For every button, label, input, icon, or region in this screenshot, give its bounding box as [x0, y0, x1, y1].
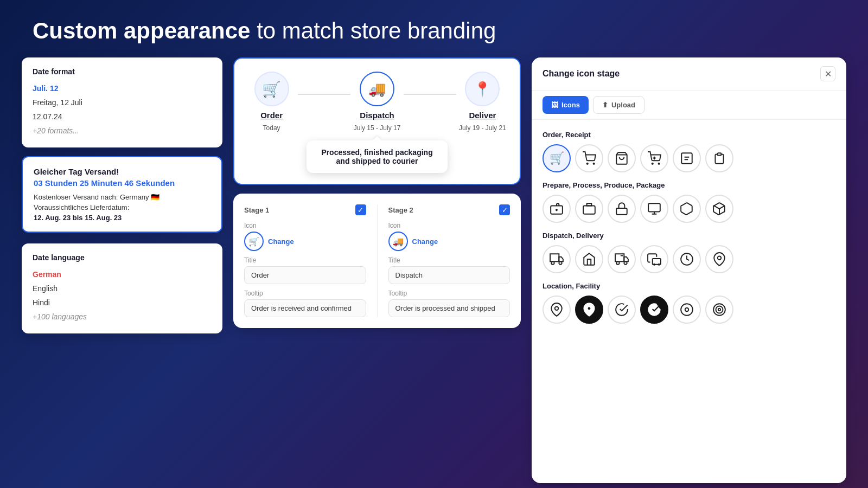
- svg-point-24: [718, 256, 722, 260]
- stage2-header: Stage 2 ✓: [388, 204, 510, 215]
- lang-german[interactable]: German: [33, 267, 212, 281]
- svg-rect-16: [615, 254, 624, 262]
- prepare-icon-1[interactable]: [575, 195, 603, 223]
- lang-more[interactable]: +100 languages: [33, 310, 212, 324]
- svg-point-30: [716, 306, 723, 313]
- location-icon-grid: [542, 296, 835, 324]
- order-icon-0[interactable]: 🛒: [542, 144, 571, 172]
- header-rest: to match store branding: [250, 18, 496, 43]
- dispatch-icon-3[interactable]: [640, 245, 668, 273]
- stage1-tooltip-input[interactable]: [244, 299, 366, 317]
- close-button[interactable]: ✕: [820, 66, 835, 81]
- svg-point-25: [555, 307, 559, 311]
- date-option-more[interactable]: +20 formats...: [33, 124, 212, 138]
- same-day-dates: 12. Aug. 23 bis 15. Aug. 23: [34, 214, 210, 222]
- date-option-2[interactable]: Freitag, 12 Juli: [33, 95, 212, 110]
- order-stage-icon: 🛒: [254, 72, 289, 106]
- svg-rect-7: [681, 153, 692, 164]
- lang-english[interactable]: English: [33, 281, 212, 296]
- deliver-stage-label: Deliver: [469, 111, 496, 120]
- svg-rect-11: [648, 204, 660, 212]
- svg-point-3: [652, 163, 653, 164]
- same-day-shipping: Kostenloser Versand nach: Germany 🇩🇪: [34, 193, 210, 201]
- stage1-title-label: Title: [244, 256, 366, 264]
- location-icon-4[interactable]: [673, 296, 701, 324]
- dispatch-icon-1[interactable]: [575, 245, 603, 273]
- location-icon-2[interactable]: [608, 296, 636, 324]
- stage1-icon: 🛒: [244, 232, 264, 251]
- svg-rect-10: [616, 208, 627, 215]
- right-panel: Change icon stage ✕ 🖼 Icons ⬆ Upload Ord…: [532, 57, 846, 483]
- order-icon-4[interactable]: [673, 144, 701, 172]
- dispatch-stage-icon: 🚚: [360, 72, 394, 106]
- svg-point-17: [616, 262, 619, 265]
- stage2-title-input[interactable]: [388, 266, 510, 284]
- order-icon-5[interactable]: [705, 144, 733, 172]
- same-day-title: Gleicher Tag Versand!: [34, 167, 210, 176]
- deliver-stage-date: July 19 - July 21: [459, 124, 506, 132]
- stage1-icon-row: 🛒 Change: [244, 232, 366, 251]
- svg-point-31: [718, 309, 720, 311]
- order-icon-3[interactable]: [640, 144, 668, 172]
- dispatch-icon-grid: [542, 245, 835, 273]
- dispatch-icon-2[interactable]: [608, 245, 636, 273]
- svg-point-15: [559, 262, 561, 265]
- tracker-stages: 🛒 Order Today 🚚 Dispatch July 15 - July …: [245, 72, 509, 132]
- svg-point-4: [659, 163, 660, 164]
- date-format-card: Date format Juli. 12 Freitag, 12 Juli 12…: [22, 57, 222, 147]
- tab-row: 🖼 Icons ⬆ Upload: [532, 91, 846, 120]
- stage2-icon-row: 🚚 Change: [388, 232, 510, 251]
- icons-tab-label: Icons: [561, 101, 580, 109]
- upload-tab[interactable]: ⬆ Upload: [593, 96, 644, 114]
- icons-tab-icon: 🖼: [551, 101, 558, 109]
- svg-point-29: [713, 304, 725, 316]
- location-icon-5[interactable]: [705, 296, 733, 324]
- order-icon-2[interactable]: [608, 144, 636, 172]
- section-title-dispatch: Dispatch, Delivery: [542, 232, 835, 240]
- section-title-location: Location, Facility: [542, 282, 835, 290]
- location-icon-3[interactable]: [640, 296, 668, 324]
- prepare-icon-3[interactable]: [640, 195, 668, 223]
- prepare-icon-2[interactable]: [608, 195, 636, 223]
- order-icon-1[interactable]: [575, 144, 603, 172]
- stage1-title-input[interactable]: [244, 266, 366, 284]
- prepare-icon-4[interactable]: [673, 195, 701, 223]
- stage2-icon: 🚚: [388, 232, 408, 251]
- date-option-1[interactable]: Juli. 12: [33, 81, 212, 95]
- tracker-stage-order: 🛒 Order Today: [245, 72, 298, 132]
- stage2-tooltip-input[interactable]: [388, 299, 510, 317]
- svg-rect-13: [550, 254, 559, 262]
- order-icon-grid: 🛒: [542, 144, 835, 172]
- dispatch-icon-5[interactable]: [705, 245, 733, 273]
- dispatch-icon-0[interactable]: [542, 245, 571, 273]
- stage2-checkbox[interactable]: ✓: [499, 204, 510, 215]
- stage1-change-btn[interactable]: Change: [268, 237, 294, 246]
- stage1-icon-label: Icon: [244, 222, 366, 229]
- order-stage-label: Order: [260, 111, 283, 120]
- date-language-card: Date language German English Hindi +100 …: [22, 243, 222, 333]
- stage1-tooltip-label: Tooltip: [244, 290, 366, 297]
- dispatch-icon-4[interactable]: [673, 245, 701, 273]
- header-bold: Custom appearance: [33, 18, 250, 43]
- svg-point-26: [588, 307, 591, 311]
- location-icon-1[interactable]: [575, 296, 603, 324]
- prepare-icon-5[interactable]: [705, 195, 733, 223]
- stage1-checkbox[interactable]: ✓: [355, 204, 366, 215]
- date-format-title: Date format: [33, 67, 212, 76]
- lang-hindi[interactable]: Hindi: [33, 296, 212, 310]
- svg-point-18: [624, 262, 627, 265]
- connector-1: [298, 94, 350, 95]
- icons-tab[interactable]: 🖼 Icons: [542, 96, 589, 114]
- stage1-title: Stage 1: [244, 206, 269, 214]
- date-option-3[interactable]: 12.07.24: [33, 110, 212, 124]
- deliver-stage-icon: 📍: [465, 72, 500, 106]
- location-icon-0[interactable]: [542, 296, 571, 324]
- prepare-icon-0[interactable]: [542, 195, 571, 223]
- left-panel: Date format Juli. 12 Freitag, 12 Juli 12…: [22, 57, 222, 333]
- connector-2: [404, 94, 456, 95]
- section-title-order: Order, Receipt: [542, 131, 835, 139]
- section-title-prepare: Prepare, Process, Produce, Package: [542, 181, 835, 189]
- tracker-stage-dispatch: 🚚 Dispatch July 15 - July 17: [350, 72, 403, 132]
- stage2-change-btn[interactable]: Change: [412, 237, 438, 246]
- svg-point-27: [681, 304, 693, 316]
